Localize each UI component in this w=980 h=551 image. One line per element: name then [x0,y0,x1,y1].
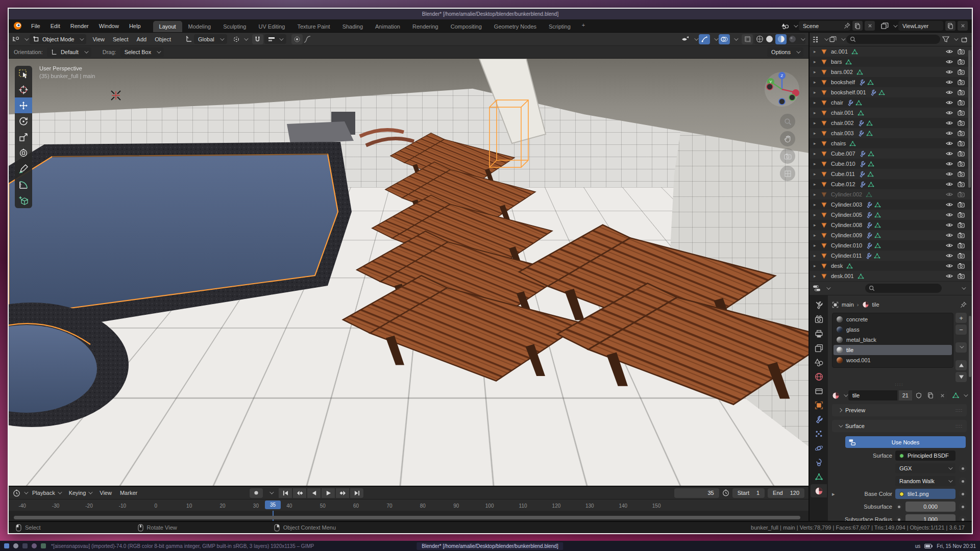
viewlayer-remove-button[interactable] [958,21,968,31]
properties-options-chevron[interactable] [962,285,966,289]
properties-tab[interactable] [811,413,827,426]
snap-toggle[interactable] [252,34,263,44]
preview-section-header[interactable]: Preview :::: [832,404,967,416]
viewlayer-copy-button[interactable] [945,21,955,31]
expand-arrow-icon[interactable]: ▸ [832,491,839,497]
properties-tab[interactable] [811,484,827,497]
move-slot-up-button[interactable] [955,360,967,370]
workspace-tab[interactable]: Compositing [445,21,488,32]
keyboard-layout-indicator[interactable]: us [915,543,921,549]
hide-viewport-icon[interactable] [946,252,953,259]
hide-viewport-icon[interactable] [946,191,953,198]
viewport-tool-button[interactable] [15,97,32,113]
hide-viewport-icon[interactable] [946,109,953,116]
playhead-label[interactable]: 35 [265,500,281,509]
expand-arrow-icon[interactable]: ▸ [814,110,819,115]
material-slot[interactable]: metal_black [832,335,953,345]
taskbar-gimp-window[interactable]: *[aisensnapsvau] (imported)-74.0 (RGB co… [51,543,314,549]
animate-dot[interactable] [959,503,967,511]
outliner-row[interactable]: ▸ Cylinder.009 [810,230,972,240]
editor-type-icon[interactable] [12,36,20,43]
material-slot[interactable]: glass [832,324,953,335]
hide-viewport-icon[interactable] [946,160,953,167]
unlink-material-button[interactable] [937,391,947,400]
slot-list-resize-grip[interactable]: :::: [832,382,967,387]
transport-button[interactable] [322,488,335,498]
breadcrumb-object[interactable]: main [842,302,854,308]
hide-viewport-icon[interactable] [946,242,953,249]
hide-viewport-icon[interactable] [946,201,953,208]
hide-viewport-icon[interactable] [946,58,953,65]
outliner-row[interactable]: ▸ bookshelf [810,77,972,87]
object-breadcrumb-icon[interactable] [832,302,839,308]
expand-arrow-icon[interactable]: ▸ [814,141,819,146]
hide-viewport-icon[interactable] [946,89,953,96]
subsurface-radius-slider[interactable]: 1.000 [905,514,955,521]
outliner-row[interactable]: ▸ Cube.011 [810,169,972,179]
hide-viewport-icon[interactable] [946,150,953,157]
pivot-point-icon[interactable] [232,35,240,43]
outliner-editor-icon[interactable] [812,36,820,43]
workspace-tab[interactable]: Rendering [406,21,445,32]
expand-arrow-icon[interactable]: ▸ [814,59,819,64]
move-slot-down-button[interactable] [955,372,967,382]
current-frame-field[interactable]: 35 [674,488,719,498]
expand-arrow-icon[interactable]: ▸ [814,131,819,136]
hide-viewport-icon[interactable] [946,68,953,76]
editor-type-chevron[interactable] [24,36,29,40]
properties-search-input[interactable] [865,284,942,293]
zoom-view-icon[interactable] [780,114,795,129]
properties-tab[interactable] [811,470,827,483]
breadcrumb-material[interactable]: tile [872,302,879,308]
properties-tab[interactable] [811,456,827,469]
outliner-row[interactable]: ▸ Cylinder.005 [810,210,972,220]
hide-viewport-icon[interactable] [946,119,953,127]
disable-render-icon[interactable] [958,242,965,249]
outliner-display-mode-icon[interactable] [829,36,837,42]
viewport-tool-button[interactable] [15,192,32,208]
hide-viewport-icon[interactable] [946,79,953,86]
timeline-menu-item[interactable]: Marker [116,490,141,496]
expand-arrow-icon[interactable]: ▸ [814,151,819,156]
material-datablock-icon[interactable] [832,392,840,399]
window-titlebar[interactable]: Blender* [/home/amalie/Desktop/blender/b… [9,9,972,19]
new-collection-button[interactable] [959,35,969,44]
properties-tab[interactable] [811,427,827,440]
expand-arrow-icon[interactable]: ▸ [814,253,819,258]
disable-render-icon[interactable] [958,232,965,239]
subsurface-radius-socket[interactable] [895,516,902,521]
viewlayer-browse-chevron[interactable] [893,23,897,27]
navigation-gizmo[interactable]: Z Y [764,70,800,107]
properties-tab[interactable] [811,356,827,369]
frame-end-field[interactable]: End120 [768,488,804,498]
disable-render-icon[interactable] [958,272,965,280]
properties-tab[interactable] [811,370,827,383]
add-workspace-button[interactable]: + [577,19,590,32]
expand-arrow-icon[interactable]: ▸ [814,233,819,238]
outliner-row[interactable]: ▸ Cylinder.008 [810,220,972,230]
disable-render-icon[interactable] [958,99,965,106]
outliner-row[interactable]: ▸ Cube.010 [810,159,972,169]
show-object-types-icon[interactable] [681,36,690,42]
timeline-scrollbar[interactable] [14,516,800,519]
copy-material-button[interactable] [925,391,936,400]
disable-render-icon[interactable] [958,48,965,55]
hide-viewport-icon[interactable] [946,48,953,55]
timeline-ruler[interactable]: -40-30-20-100102030405060708090100110120… [9,499,808,511]
orientation-default-dropdown[interactable]: Default [47,47,91,57]
pan-view-icon[interactable] [780,131,795,146]
viewlayer-selector[interactable]: ViewLayer [898,21,943,31]
proportional-editing-toggle[interactable] [291,34,303,44]
disable-render-icon[interactable] [958,191,965,198]
disable-render-icon[interactable] [958,79,965,86]
menu-item[interactable]: Help [124,19,146,32]
expand-arrow-icon[interactable]: ▸ [814,182,819,187]
taskbar-launcher-icons[interactable] [4,543,46,548]
slot-specials-button[interactable] [955,342,967,353]
disable-render-icon[interactable] [958,58,965,65]
expand-arrow-icon[interactable]: ▸ [814,243,819,248]
animate-dot[interactable] [959,515,967,521]
workspace-tab[interactable]: Animation [369,21,406,32]
hide-viewport-icon[interactable] [946,181,953,188]
expand-arrow-icon[interactable]: ▸ [814,273,819,279]
